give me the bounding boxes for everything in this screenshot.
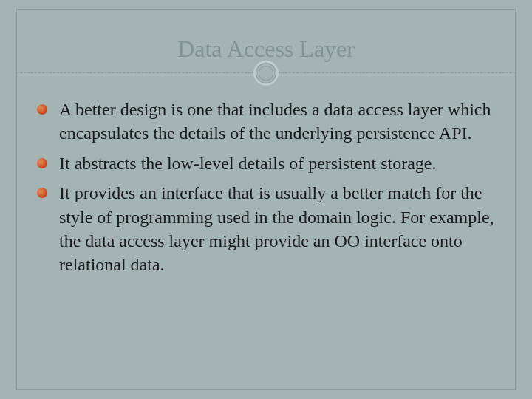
bullet-icon [37, 158, 47, 168]
list-item: A better design is one that includes a d… [37, 98, 495, 146]
content-area: A better design is one that includes a d… [37, 98, 495, 283]
bullet-text: A better design is one that includes a d… [59, 100, 491, 143]
bullet-text: It provides an interface that is usually… [59, 183, 494, 274]
slide-title: Data Access Layer [0, 35, 532, 63]
list-item: It provides an interface that is usually… [37, 181, 495, 277]
list-item: It abstracts the low-level details of pe… [37, 151, 495, 175]
bullet-icon [37, 104, 47, 115]
bullet-text: It abstracts the low-level details of pe… [59, 154, 437, 173]
bullet-icon [37, 188, 47, 198]
title-area: Data Access Layer [0, 35, 532, 63]
bullet-list: A better design is one that includes a d… [37, 98, 495, 277]
circle-decoration-icon [253, 61, 279, 86]
